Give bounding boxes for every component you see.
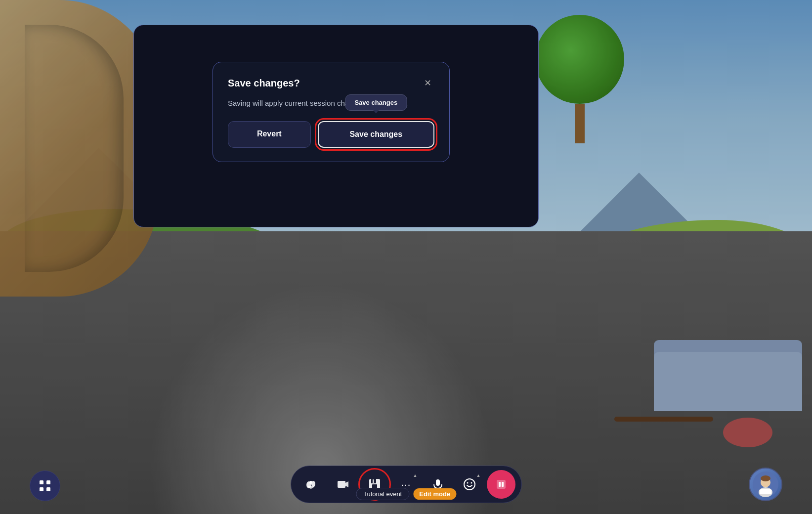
emoji-button[interactable]: ▲ (455, 470, 484, 499)
dialog-header: Save changes? ✕ (228, 76, 434, 90)
confirm-dialog: Save changes? ✕ Saving will apply curren… (213, 62, 450, 162)
save-changes-button[interactable]: Save changes Save changes (318, 121, 434, 148)
media-button[interactable] (329, 470, 357, 499)
svg-point-25 (761, 475, 770, 481)
svg-point-6 (309, 481, 312, 484)
svg-rect-7 (338, 481, 345, 488)
svg-rect-19 (497, 480, 506, 489)
close-button[interactable]: ✕ (421, 76, 434, 90)
save-tooltip: Save changes (345, 94, 407, 111)
hands-button[interactable] (297, 470, 326, 499)
chevron-up-icon: ▲ (413, 473, 418, 478)
dialog-title: Save changes? (228, 78, 300, 89)
svg-rect-1 (46, 480, 50, 484)
svg-rect-20 (499, 482, 501, 487)
svg-rect-12 (373, 479, 374, 483)
event-label-bar: Tutorial event Edit mode (356, 488, 456, 500)
hands-icon (305, 478, 318, 491)
chevron-up-icon-emoji: ▲ (476, 473, 481, 478)
svg-rect-21 (502, 482, 504, 487)
dialog-actions: Revert Save changes Save changes (228, 121, 434, 148)
edit-mode-badge: Edit mode (413, 488, 456, 500)
event-name-badge: Tutorial event (356, 488, 409, 500)
revert-button[interactable]: Revert (228, 121, 311, 148)
svg-rect-2 (40, 487, 43, 491)
svg-rect-26 (760, 489, 771, 494)
svg-point-17 (467, 482, 468, 484)
phone-icon (495, 478, 508, 491)
emoji-icon (463, 478, 476, 491)
svg-rect-0 (40, 480, 43, 484)
leave-button[interactable] (487, 470, 515, 499)
media-icon (337, 478, 349, 491)
svg-marker-8 (345, 481, 348, 487)
svg-point-18 (470, 482, 472, 484)
svg-rect-13 (436, 479, 440, 486)
avatar-icon (753, 471, 778, 497)
apps-button[interactable] (30, 471, 60, 501)
grid-icon (39, 479, 51, 492)
svg-rect-3 (46, 487, 50, 491)
svg-point-16 (464, 479, 475, 490)
avatar-button[interactable] (749, 468, 782, 501)
